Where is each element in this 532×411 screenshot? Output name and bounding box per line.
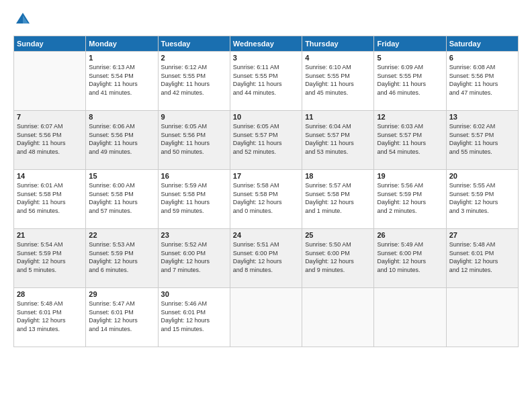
day-number: 24: [233, 231, 299, 239]
day-number: 6: [449, 54, 515, 62]
calendar-cell: 10Sunrise: 6:05 AM Sunset: 5:57 PM Dayli…: [230, 111, 302, 170]
day-number: 13: [449, 113, 515, 121]
day-number: 25: [305, 231, 371, 239]
day-info: Sunrise: 5:48 AM Sunset: 6:01 PM Dayligh…: [449, 240, 515, 274]
day-number: 18: [305, 172, 371, 180]
day-number: 17: [233, 172, 299, 180]
calendar-cell: 12Sunrise: 6:03 AM Sunset: 5:57 PM Dayli…: [374, 111, 446, 170]
day-info: Sunrise: 6:07 AM Sunset: 5:56 PM Dayligh…: [17, 122, 83, 156]
calendar-cell: 24Sunrise: 5:51 AM Sunset: 6:00 PM Dayli…: [230, 229, 302, 288]
day-info: Sunrise: 6:05 AM Sunset: 5:56 PM Dayligh…: [161, 122, 227, 156]
weekday-header-monday: Monday: [86, 36, 158, 52]
day-number: 26: [377, 231, 443, 239]
day-info: Sunrise: 5:49 AM Sunset: 6:00 PM Dayligh…: [377, 240, 443, 274]
day-info: Sunrise: 5:52 AM Sunset: 6:00 PM Dayligh…: [161, 240, 227, 274]
day-info: Sunrise: 6:10 AM Sunset: 5:55 PM Dayligh…: [305, 63, 371, 97]
calendar-cell: 8Sunrise: 6:06 AM Sunset: 5:56 PM Daylig…: [86, 111, 158, 170]
day-number: 30: [161, 290, 227, 298]
day-number: 29: [89, 290, 154, 298]
calendar-cell: 2Sunrise: 6:12 AM Sunset: 5:55 PM Daylig…: [158, 52, 230, 111]
day-info: Sunrise: 6:04 AM Sunset: 5:57 PM Dayligh…: [305, 122, 371, 156]
day-info: Sunrise: 5:56 AM Sunset: 5:59 PM Dayligh…: [377, 181, 443, 215]
day-number: 14: [17, 172, 83, 180]
calendar-week-2: 7Sunrise: 6:07 AM Sunset: 5:56 PM Daylig…: [14, 111, 519, 170]
day-info: Sunrise: 6:02 AM Sunset: 5:57 PM Dayligh…: [449, 122, 515, 156]
calendar-cell: 22Sunrise: 5:53 AM Sunset: 5:59 PM Dayli…: [86, 229, 158, 288]
day-number: 11: [305, 113, 371, 121]
day-number: 1: [89, 54, 154, 62]
calendar-cell: 7Sunrise: 6:07 AM Sunset: 5:56 PM Daylig…: [14, 111, 86, 170]
calendar: SundayMondayTuesdayWednesdayThursdayFrid…: [13, 36, 519, 347]
day-number: 2: [161, 54, 227, 62]
day-info: Sunrise: 5:46 AM Sunset: 6:01 PM Dayligh…: [161, 300, 227, 333]
calendar-cell: [302, 288, 374, 347]
logo-icon: [13, 10, 32, 29]
weekday-header-friday: Friday: [374, 36, 446, 52]
day-info: Sunrise: 6:08 AM Sunset: 5:56 PM Dayligh…: [449, 63, 515, 97]
day-number: 3: [233, 54, 299, 62]
day-number: 15: [89, 172, 154, 180]
day-number: 8: [89, 113, 154, 121]
calendar-cell: [14, 52, 86, 111]
day-number: 10: [233, 113, 299, 121]
calendar-cell: 4Sunrise: 6:10 AM Sunset: 5:55 PM Daylig…: [302, 52, 374, 111]
calendar-cell: 23Sunrise: 5:52 AM Sunset: 6:00 PM Dayli…: [158, 229, 230, 288]
calendar-cell: 1Sunrise: 6:13 AM Sunset: 5:54 PM Daylig…: [86, 52, 158, 111]
weekday-header-thursday: Thursday: [302, 36, 374, 52]
calendar-cell: 5Sunrise: 6:09 AM Sunset: 5:55 PM Daylig…: [374, 52, 446, 111]
day-info: Sunrise: 5:54 AM Sunset: 5:59 PM Dayligh…: [17, 240, 83, 274]
calendar-week-3: 14Sunrise: 6:01 AM Sunset: 5:58 PM Dayli…: [14, 170, 519, 229]
calendar-cell: 27Sunrise: 5:48 AM Sunset: 6:01 PM Dayli…: [446, 229, 518, 288]
day-info: Sunrise: 5:53 AM Sunset: 5:59 PM Dayligh…: [89, 240, 154, 274]
day-number: 22: [89, 231, 154, 239]
day-info: Sunrise: 5:55 AM Sunset: 5:59 PM Dayligh…: [449, 181, 515, 215]
calendar-cell: 18Sunrise: 5:57 AM Sunset: 5:58 PM Dayli…: [302, 170, 374, 229]
calendar-cell: 17Sunrise: 5:58 AM Sunset: 5:58 PM Dayli…: [230, 170, 302, 229]
day-info: Sunrise: 6:06 AM Sunset: 5:56 PM Dayligh…: [89, 122, 154, 156]
day-number: 28: [17, 290, 83, 298]
logo: [13, 10, 35, 29]
weekday-header-row: SundayMondayTuesdayWednesdayThursdayFrid…: [14, 36, 519, 52]
calendar-cell: 29Sunrise: 5:47 AM Sunset: 6:01 PM Dayli…: [86, 288, 158, 347]
calendar-cell: 30Sunrise: 5:46 AM Sunset: 6:01 PM Dayli…: [158, 288, 230, 347]
calendar-cell: 20Sunrise: 5:55 AM Sunset: 5:59 PM Dayli…: [446, 170, 518, 229]
day-info: Sunrise: 5:47 AM Sunset: 6:01 PM Dayligh…: [89, 300, 154, 333]
day-info: Sunrise: 5:58 AM Sunset: 5:58 PM Dayligh…: [233, 181, 299, 215]
day-info: Sunrise: 5:48 AM Sunset: 6:01 PM Dayligh…: [17, 300, 83, 333]
calendar-week-4: 21Sunrise: 5:54 AM Sunset: 5:59 PM Dayli…: [14, 229, 519, 288]
calendar-cell: 3Sunrise: 6:11 AM Sunset: 5:55 PM Daylig…: [230, 52, 302, 111]
calendar-cell: 11Sunrise: 6:04 AM Sunset: 5:57 PM Dayli…: [302, 111, 374, 170]
day-info: Sunrise: 6:01 AM Sunset: 5:58 PM Dayligh…: [17, 181, 83, 215]
day-info: Sunrise: 6:12 AM Sunset: 5:55 PM Dayligh…: [161, 63, 227, 97]
day-info: Sunrise: 5:59 AM Sunset: 5:58 PM Dayligh…: [161, 181, 227, 215]
day-info: Sunrise: 6:00 AM Sunset: 5:58 PM Dayligh…: [89, 181, 154, 215]
day-info: Sunrise: 6:05 AM Sunset: 5:57 PM Dayligh…: [233, 122, 299, 156]
calendar-cell: 26Sunrise: 5:49 AM Sunset: 6:00 PM Dayli…: [374, 229, 446, 288]
calendar-cell: 28Sunrise: 5:48 AM Sunset: 6:01 PM Dayli…: [14, 288, 86, 347]
weekday-header-tuesday: Tuesday: [158, 36, 230, 52]
day-number: 5: [377, 54, 443, 62]
day-number: 4: [305, 54, 371, 62]
calendar-cell: 15Sunrise: 6:00 AM Sunset: 5:58 PM Dayli…: [86, 170, 158, 229]
calendar-cell: 16Sunrise: 5:59 AM Sunset: 5:58 PM Dayli…: [158, 170, 230, 229]
calendar-cell: [230, 288, 302, 347]
day-info: Sunrise: 5:51 AM Sunset: 6:00 PM Dayligh…: [233, 240, 299, 274]
calendar-cell: 13Sunrise: 6:02 AM Sunset: 5:57 PM Dayli…: [446, 111, 518, 170]
day-info: Sunrise: 6:11 AM Sunset: 5:55 PM Dayligh…: [233, 63, 299, 97]
weekday-header-saturday: Saturday: [446, 36, 518, 52]
day-info: Sunrise: 5:57 AM Sunset: 5:58 PM Dayligh…: [305, 181, 371, 215]
calendar-cell: 25Sunrise: 5:50 AM Sunset: 6:00 PM Dayli…: [302, 229, 374, 288]
page-header: [13, 10, 519, 29]
calendar-cell: [374, 288, 446, 347]
calendar-cell: 19Sunrise: 5:56 AM Sunset: 5:59 PM Dayli…: [374, 170, 446, 229]
calendar-cell: [446, 288, 518, 347]
day-info: Sunrise: 6:13 AM Sunset: 5:54 PM Dayligh…: [89, 63, 154, 97]
day-number: 27: [449, 231, 515, 239]
day-number: 19: [377, 172, 443, 180]
calendar-week-5: 28Sunrise: 5:48 AM Sunset: 6:01 PM Dayli…: [14, 288, 519, 347]
day-info: Sunrise: 6:03 AM Sunset: 5:57 PM Dayligh…: [377, 122, 443, 156]
weekday-header-wednesday: Wednesday: [230, 36, 302, 52]
calendar-cell: 14Sunrise: 6:01 AM Sunset: 5:58 PM Dayli…: [14, 170, 86, 229]
calendar-cell: 21Sunrise: 5:54 AM Sunset: 5:59 PM Dayli…: [14, 229, 86, 288]
weekday-header-sunday: Sunday: [14, 36, 86, 52]
